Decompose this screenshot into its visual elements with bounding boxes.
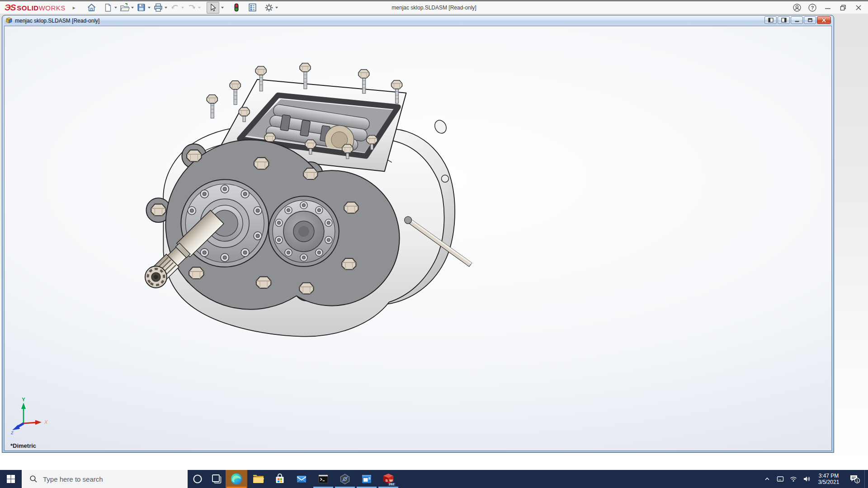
svg-text:?: ? — [811, 5, 814, 10]
rebuild-traffic-light-icon — [232, 3, 241, 13]
minimize-icon — [825, 5, 831, 11]
quick-access-toolbar — [85, 2, 279, 13]
taskbar-app-media[interactable] — [356, 470, 377, 488]
print-dropdown[interactable] — [165, 7, 167, 9]
options-gear-icon — [264, 3, 274, 13]
gearbox-assembly-model — [5, 26, 831, 450]
help-button[interactable]: ? — [805, 1, 820, 14]
doc-restore-icon — [807, 18, 813, 23]
tablet-input-icon — [776, 475, 784, 483]
microsoft-edge-icon — [230, 473, 243, 485]
cortana-button[interactable] — [188, 470, 208, 488]
file-explorer-icon — [252, 473, 264, 485]
new-document-dropdown[interactable] — [114, 7, 117, 9]
triad-x-label: X — [44, 419, 48, 425]
doc-minimize-button[interactable] — [791, 16, 803, 24]
start-button[interactable] — [0, 470, 22, 488]
microsoft-store-icon — [274, 473, 286, 485]
account-icon — [793, 3, 802, 12]
show-desktop-button[interactable] — [864, 470, 868, 488]
task-view-button[interactable] — [208, 470, 226, 488]
select-cursor-icon — [209, 4, 217, 12]
taskbar-app-solidworks[interactable]: S W 2021 — [377, 470, 399, 488]
select-tool-button[interactable] — [207, 2, 219, 14]
doc-pane-left-button[interactable] — [764, 16, 777, 24]
search-input[interactable] — [42, 475, 188, 483]
volume-icon — [802, 475, 811, 483]
tray-tablet-button[interactable] — [774, 470, 787, 488]
minimize-button[interactable] — [820, 1, 835, 14]
titlebar-right-controls: ? — [789, 1, 866, 14]
save-dropdown[interactable] — [148, 7, 151, 9]
notifications-icon: 1 — [849, 474, 860, 484]
undo-button[interactable] — [169, 2, 181, 13]
options-dropdown[interactable] — [275, 7, 278, 9]
taskbar-app-mail[interactable] — [291, 470, 312, 488]
select-tool-group — [207, 2, 226, 13]
file-properties-button[interactable] — [246, 2, 259, 13]
home-icon — [87, 3, 96, 12]
select-tool-dropdown[interactable] — [219, 2, 226, 13]
save-button[interactable] — [135, 2, 148, 13]
tray-volume-button[interactable] — [800, 470, 813, 488]
solidworks-logo-mark: ЭS — [5, 3, 15, 13]
document-titlebar[interactable]: menjac sklop.SLDASM [Read-only] — [4, 15, 832, 26]
action-center-button[interactable]: 1 — [844, 470, 864, 488]
print-button[interactable] — [152, 2, 165, 13]
orientation-triad: Y X Z — [8, 397, 50, 439]
hexagon-app-icon — [339, 473, 351, 485]
tray-expand-button[interactable] — [760, 470, 774, 488]
doc-close-icon — [821, 18, 827, 23]
taskbar-app-edge[interactable] — [226, 470, 247, 488]
taskbar-app-file-explorer[interactable] — [247, 470, 269, 488]
solidworks-2021-icon: S W 2021 — [382, 472, 395, 486]
doc-restore-button[interactable] — [804, 16, 816, 24]
solidworks-application: ЭS SOLID WORKS ▸ — [0, 0, 868, 488]
taskbar-search[interactable] — [22, 470, 188, 488]
redo-dropdown[interactable] — [198, 7, 201, 9]
account-button[interactable] — [789, 1, 805, 14]
notification-count-badge: 1 — [856, 479, 859, 483]
command-prompt-icon — [317, 473, 330, 485]
triad-z-label: Z — [10, 431, 14, 435]
doc-close-button[interactable] — [817, 16, 831, 24]
new-document-button[interactable] — [102, 2, 114, 13]
open-button[interactable] — [118, 2, 131, 13]
triad-y-label: Y — [22, 397, 25, 402]
open-dropdown[interactable] — [131, 7, 134, 9]
open-folder-icon — [120, 3, 130, 13]
rebuild-button[interactable] — [230, 2, 243, 13]
close-button[interactable] — [851, 1, 866, 14]
taskbar-app-store[interactable] — [269, 470, 291, 488]
solidworks-logo: ЭS SOLID WORKS — [5, 3, 66, 13]
undo-dropdown[interactable] — [181, 7, 184, 9]
taskbar-app-command-prompt[interactable] — [312, 470, 334, 488]
system-tray: 3:47 PM 3/5/2021 1 — [760, 470, 868, 488]
solidworks-year-badge: 2021 — [389, 482, 395, 486]
brand-solid-text: SOLID — [17, 4, 38, 12]
cortana-icon — [192, 474, 203, 484]
tray-network-button[interactable] — [787, 470, 800, 488]
document-title: menjac sklop.SLDASM [Read-only] — [15, 18, 99, 24]
save-icon — [137, 3, 146, 12]
taskbar-apps: S W 2021 — [226, 470, 399, 488]
mail-icon — [295, 473, 308, 485]
search-icon — [29, 475, 38, 483]
application-title: menjac sklop.SLDASM [Read-only] — [392, 1, 476, 14]
redo-button[interactable] — [185, 2, 198, 13]
menu-flyout-arrow-icon[interactable]: ▸ — [73, 5, 75, 11]
graphics-viewport[interactable]: Y X Z *Dimetric — [4, 26, 832, 451]
pane-left-icon — [768, 18, 774, 23]
home-button[interactable] — [85, 2, 98, 13]
options-button[interactable] — [263, 2, 275, 13]
restore-icon — [840, 5, 846, 11]
taskbar-app-hexagon-dev[interactable] — [334, 470, 356, 488]
taskbar-clock[interactable]: 3:47 PM 3/5/2021 — [813, 473, 844, 485]
chevron-up-icon — [764, 475, 771, 483]
new-document-icon — [104, 3, 113, 12]
doc-pane-right-button[interactable] — [778, 16, 790, 24]
restore-button[interactable] — [835, 1, 851, 14]
doc-minimize-icon — [794, 18, 800, 23]
task-view-icon — [211, 474, 222, 484]
main-titlebar: ЭS SOLID WORKS ▸ — [0, 1, 868, 14]
